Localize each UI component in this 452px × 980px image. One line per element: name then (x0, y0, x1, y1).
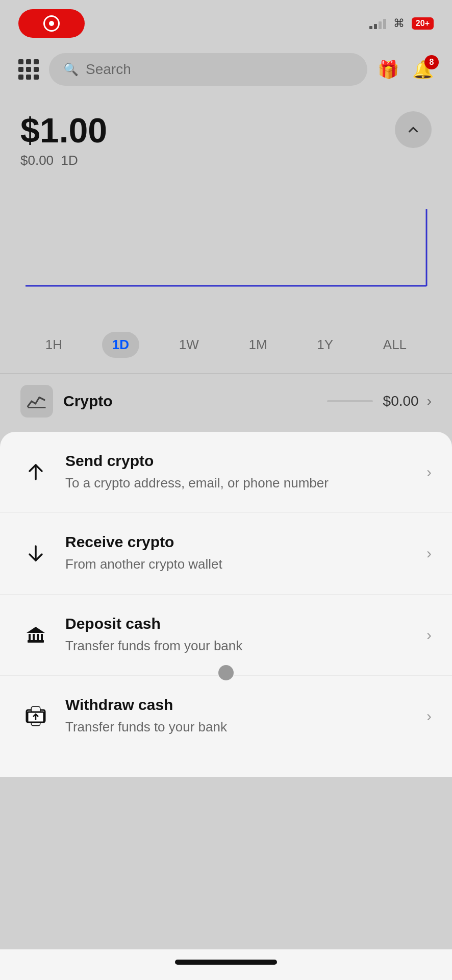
status-bar: ⌘ 20+ (0, 0, 452, 43)
portfolio-change-period: 1D (61, 153, 78, 168)
actions-card: Send crypto To a crypto address, email, … (0, 432, 452, 777)
time-filter-1h[interactable]: 1H (35, 332, 72, 358)
withdraw-cash-title: Withdraw cash (65, 696, 418, 714)
wifi-icon: ⌘ (393, 17, 405, 30)
portfolio-value: $1.00 (20, 111, 432, 150)
portfolio-section: $1.00 $0.00 1D (0, 96, 452, 179)
header: 🔍 Search 🎁 🔔 8 (0, 43, 452, 96)
search-icon: 🔍 (63, 62, 79, 77)
send-crypto-title: Send crypto (65, 452, 418, 470)
send-crypto-text: Send crypto To a crypto address, email, … (65, 452, 418, 492)
crypto-row[interactable]: Crypto $0.00 › (0, 373, 452, 429)
deposit-cash-text: Deposit cash Transfer funds from your ba… (65, 615, 418, 655)
crypto-divider (327, 400, 373, 402)
receive-crypto-item[interactable]: Receive crypto From another crypto walle… (0, 513, 452, 594)
crypto-label: Crypto (63, 393, 317, 410)
time-filter-1d[interactable]: 1D (102, 332, 139, 358)
withdraw-cash-text: Withdraw cash Transfer funds to your ban… (65, 696, 418, 736)
notification-badge: 8 (424, 55, 439, 69)
bottom-bar (0, 949, 452, 980)
portfolio-chart (0, 184, 452, 306)
svg-rect-9 (41, 634, 43, 640)
signal-bars-icon (369, 18, 386, 29)
status-bar-right: ⌘ 20+ (369, 17, 434, 30)
search-bar[interactable]: 🔍 Search (49, 53, 367, 86)
battery-indicator: 20+ (412, 17, 434, 30)
chart-line-icon (27, 391, 47, 411)
svg-marker-10 (27, 627, 45, 633)
home-indicator (175, 960, 277, 965)
portfolio-change-amount: $0.00 (20, 153, 54, 168)
dollar-out-icon (24, 705, 47, 727)
time-filter-1m[interactable]: 1M (238, 332, 277, 358)
crypto-chart-icon (20, 385, 53, 418)
deposit-cash-item[interactable]: Deposit cash Transfer funds from your ba… (0, 595, 452, 676)
collapse-button[interactable] (395, 111, 432, 148)
arrow-down-icon (24, 542, 47, 565)
time-filter: 1H 1D 1W 1M 1Y ALL (0, 322, 452, 368)
deposit-cash-chevron-icon: › (426, 626, 432, 644)
app-logo (18, 9, 85, 38)
chevron-up-icon (406, 122, 421, 137)
deposit-cash-subtitle: Transfer funds from your bank (65, 636, 418, 655)
withdraw-cash-icon-box (20, 701, 51, 731)
svg-rect-6 (29, 634, 31, 640)
status-bar-left (18, 9, 85, 38)
withdraw-cash-item[interactable]: Withdraw cash Transfer funds to your ban… (0, 676, 452, 756)
time-filter-1w[interactable]: 1W (169, 332, 209, 358)
grid-menu-icon[interactable] (18, 59, 39, 80)
logo-circle (43, 15, 60, 32)
receive-crypto-icon-box (20, 538, 51, 569)
withdraw-cash-chevron-icon: › (426, 707, 432, 725)
time-filter-1y[interactable]: 1Y (307, 332, 343, 358)
search-placeholder: Search (86, 61, 131, 78)
deposit-cash-title: Deposit cash (65, 615, 418, 632)
receive-crypto-title: Receive crypto (65, 533, 418, 551)
header-icons: 🎁 🔔 8 (378, 59, 434, 80)
chart-area (0, 179, 452, 322)
send-crypto-subtitle: To a crypto address, email, or phone num… (65, 474, 418, 492)
send-crypto-item[interactable]: Send crypto To a crypto address, email, … (0, 432, 452, 513)
svg-rect-5 (28, 640, 44, 643)
receive-crypto-subtitle: From another crypto wallet (65, 555, 418, 573)
time-filter-all[interactable]: ALL (373, 332, 417, 358)
gift-icon[interactable]: 🎁 (378, 59, 399, 80)
receive-crypto-text: Receive crypto From another crypto walle… (65, 533, 418, 573)
bank-icon (24, 624, 47, 646)
arrow-up-icon (24, 461, 47, 483)
svg-rect-8 (37, 634, 39, 640)
deposit-cash-icon-box (20, 620, 51, 650)
portfolio-change: $0.00 1D (20, 153, 432, 168)
send-crypto-icon-box (20, 457, 51, 487)
notification-bell-container[interactable]: 🔔 8 (412, 59, 434, 80)
crypto-value: $0.00 (383, 393, 419, 409)
svg-rect-7 (33, 634, 35, 640)
crypto-chevron-icon: › (427, 393, 432, 409)
receive-crypto-chevron-icon: › (426, 545, 432, 562)
send-crypto-chevron-icon: › (426, 463, 432, 481)
withdraw-cash-subtitle: Transfer funds to your bank (65, 718, 418, 736)
